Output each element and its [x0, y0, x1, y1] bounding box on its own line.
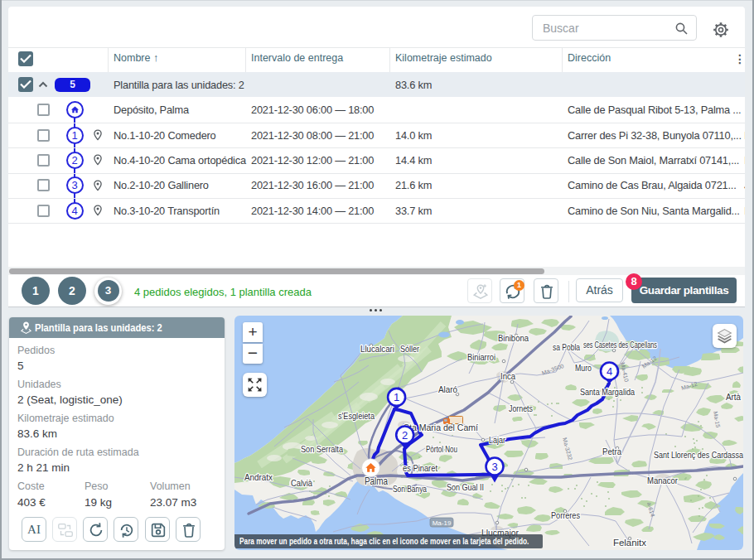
svg-text:Palma: Palma	[365, 476, 388, 487]
svg-text:Andratx: Andratx	[244, 472, 273, 482]
svg-text:s'Esgleieta: s'Esgleieta	[338, 411, 375, 421]
svg-text:Manacor: Manacor	[647, 476, 678, 485]
svg-text:Calvià: Calvià	[291, 478, 312, 488]
svg-text:Santa Margalida: Santa Margalida	[580, 387, 635, 397]
svg-text:Sant Llorenç des Cardassa: Sant Llorenç des Cardassa	[654, 450, 743, 460]
svg-text:Son Serralta: Son Serralta	[301, 444, 343, 454]
svg-text:Son Banya: Son Banya	[393, 484, 427, 494]
svg-text:es Pinaret: es Pinaret	[403, 463, 437, 473]
svg-text:Lajar: Lajar	[489, 435, 505, 445]
svg-text:Llucalcari: Llucalcari	[360, 345, 394, 354]
svg-text:Porreres: Porreres	[551, 510, 580, 520]
svg-text:Sta Maria del Camí: Sta Maria del Camí	[404, 422, 479, 432]
svg-text:Son Gual II: Son Gual II	[447, 482, 484, 492]
svg-text:Biniarroi: Biniarroi	[467, 352, 495, 362]
svg-text:sa Pobla: sa Pobla	[553, 342, 581, 352]
svg-text:Felanitx: Felanitx	[613, 538, 647, 548]
svg-text:Ma-19: Ma-19	[433, 519, 452, 527]
svg-text:Petra: Petra	[602, 447, 621, 456]
svg-text:1: 1	[394, 391, 399, 403]
svg-text:Jornets: Jornets	[509, 403, 533, 413]
svg-text:3: 3	[491, 461, 497, 473]
svg-text:Sóller: Sóller	[400, 344, 419, 354]
svg-text:Pòrtol Nou: Pòrtol Nou	[426, 444, 457, 454]
svg-text:Artà: Artà	[726, 392, 742, 402]
svg-text:2: 2	[402, 429, 408, 442]
svg-text:ses Casetes des Capellans: ses Casetes des Capellans	[583, 340, 657, 350]
svg-text:Alaró: Alaró	[438, 384, 457, 394]
svg-text:Muro: Muro	[575, 363, 592, 373]
svg-text:4: 4	[607, 365, 612, 378]
svg-text:Binibona: Binibona	[498, 333, 529, 343]
svg-text:Inca: Inca	[500, 371, 516, 381]
